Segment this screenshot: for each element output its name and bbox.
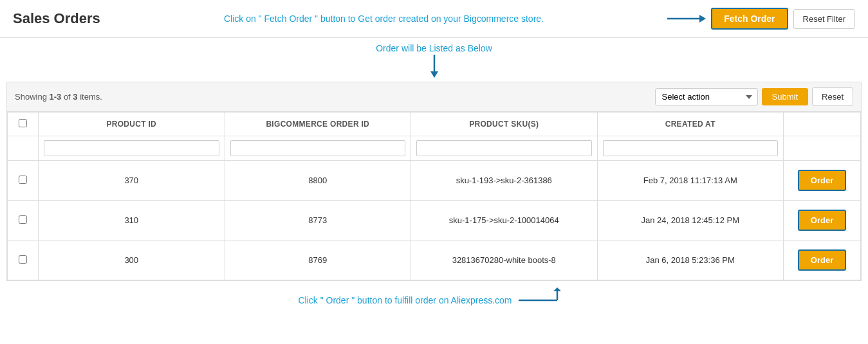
instruction-middle: Order will be Listed as Below xyxy=(13,39,855,53)
row-product-skus: 32813670280-white boots-8 xyxy=(411,240,598,280)
bottom-instruction-text: Click " Order " button to fulfill order … xyxy=(298,295,512,305)
table-row: 300 8769 32813670280-white boots-8 Jan 6… xyxy=(8,240,861,280)
header-created-at: CREATED AT xyxy=(597,113,784,136)
filter-action-cell xyxy=(784,136,861,161)
filter-created-at-input[interactable] xyxy=(603,140,779,156)
row-bc-order-id: 8800 xyxy=(225,161,411,201)
header-product-id: PRODUCT ID xyxy=(39,113,225,136)
table-header-row: PRODUCT ID BIGCOMMERCE ORDER ID PRODUCT … xyxy=(8,113,861,136)
row-created-at: Jan 6, 2018 5:23:36 PM xyxy=(597,240,784,280)
table-row: 310 8773 sku-1-175->sku-2-100014064 Jan … xyxy=(8,201,861,240)
row-product-id: 370 xyxy=(39,161,225,201)
showing-text: Showing 1-3 of 3 items. xyxy=(15,92,102,102)
row-order-cell: Order xyxy=(784,201,861,240)
page-title: Sales Orders xyxy=(13,10,100,27)
table-row: 370 8800 sku-1-193->sku-2-361386 Feb 7, … xyxy=(8,161,861,201)
toolbar-actions: Select actionDelete Submit Reset xyxy=(655,87,853,106)
row-checkbox-cell xyxy=(8,201,39,240)
fetch-order-button[interactable]: Fetch Order xyxy=(711,8,788,30)
row-product-id: 300 xyxy=(39,240,225,280)
header-buttons: Fetch Order Reset Filter xyxy=(667,8,855,30)
row-product-id: 310 xyxy=(39,201,225,240)
reset-filter-button[interactable]: Reset Filter xyxy=(793,9,855,29)
row-checkbox-2[interactable] xyxy=(19,255,27,264)
sub-instructions: Order will be Listed as Below xyxy=(0,38,868,80)
row-checkbox-cell xyxy=(8,240,39,280)
bottom-instruction-row: Click " Order " button to fulfill order … xyxy=(0,281,868,316)
order-button-2[interactable]: Order xyxy=(798,249,846,271)
row-order-cell: Order xyxy=(784,240,861,280)
row-bc-order-id: 8773 xyxy=(225,201,411,240)
header-checkbox-col xyxy=(8,113,39,136)
filter-product-id-cell xyxy=(39,136,225,161)
table-container: Showing 1-3 of 3 items. Select actionDel… xyxy=(6,82,862,281)
arrow-right-icon xyxy=(667,11,706,26)
svg-marker-6 xyxy=(553,287,561,291)
filter-row xyxy=(8,136,861,161)
filter-product-id-input[interactable] xyxy=(44,140,219,156)
row-checkbox-cell xyxy=(8,161,39,201)
header-bc-order-id: BIGCOMMERCE ORDER ID xyxy=(225,113,411,136)
row-checkbox-0[interactable] xyxy=(19,176,27,184)
filter-product-skus-input[interactable] xyxy=(416,140,592,156)
arrow-down-icon xyxy=(13,55,855,80)
arrow-right-up-icon xyxy=(519,287,570,313)
orders-table: PRODUCT ID BIGCOMMERCE ORDER ID PRODUCT … xyxy=(7,112,861,280)
order-button-1[interactable]: Order xyxy=(798,210,846,231)
reset-button[interactable]: Reset xyxy=(812,87,853,106)
header-product-skus: PRODUCT SKU(S) xyxy=(411,113,598,136)
row-order-cell: Order xyxy=(784,161,861,201)
submit-button[interactable]: Submit xyxy=(762,88,808,105)
order-button-0[interactable]: Order xyxy=(798,170,846,191)
row-created-at: Jan 24, 2018 12:45:12 PM xyxy=(597,201,784,240)
select-all-checkbox[interactable] xyxy=(19,119,27,127)
filter-checkbox-col xyxy=(8,136,39,161)
select-action-dropdown[interactable]: Select actionDelete xyxy=(655,88,758,105)
svg-marker-1 xyxy=(699,15,706,23)
page-header: Sales Orders Click on " Fetch Order " bu… xyxy=(0,0,868,38)
filter-product-skus-cell xyxy=(411,136,598,161)
header-action xyxy=(784,113,861,136)
filter-bc-order-id-input[interactable] xyxy=(230,140,406,156)
row-product-skus: sku-1-175->sku-2-100014064 xyxy=(411,201,598,240)
row-created-at: Feb 7, 2018 11:17:13 AM xyxy=(597,161,784,201)
svg-marker-3 xyxy=(430,71,438,78)
filter-created-at-cell xyxy=(597,136,784,161)
filter-bc-order-id-cell xyxy=(225,136,411,161)
table-body: 370 8800 sku-1-193->sku-2-361386 Feb 7, … xyxy=(8,161,861,280)
row-product-skus: sku-1-193->sku-2-361386 xyxy=(411,161,598,201)
row-checkbox-1[interactable] xyxy=(19,215,27,224)
header-instruction-top: Click on " Fetch Order " button to Get o… xyxy=(224,14,544,24)
row-bc-order-id: 8769 xyxy=(225,240,411,280)
table-toolbar: Showing 1-3 of 3 items. Select actionDel… xyxy=(7,82,861,112)
